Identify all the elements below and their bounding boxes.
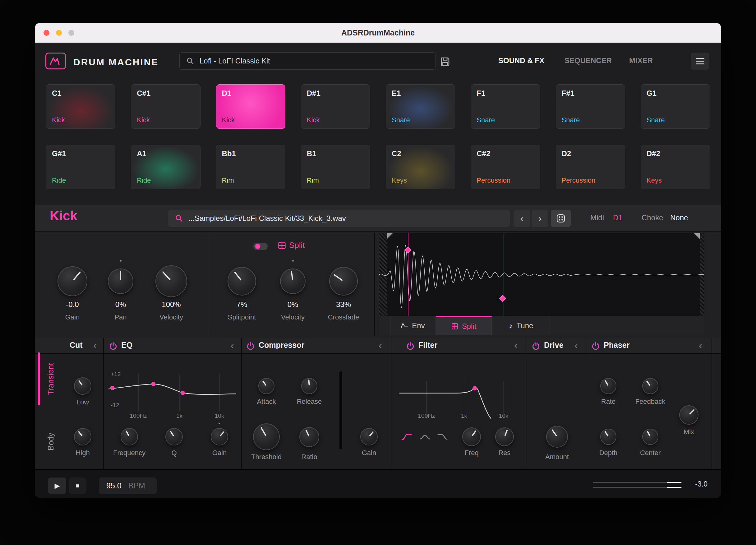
tab-sequencer[interactable]: SEQUENCER — [560, 56, 616, 65]
compressor-attack-knob[interactable] — [258, 378, 274, 394]
crossfade-value: 33% — [316, 300, 371, 309]
midi-note-value[interactable]: D1 — [613, 213, 623, 222]
phaser-center-knob[interactable] — [642, 429, 658, 445]
phaser-power-button[interactable] — [592, 342, 599, 350]
pad-e1[interactable]: E1 Snare — [386, 84, 455, 129]
sample-search-input[interactable]: ...Samples/LoFi/LoFi Classic Kit/33_Kick… — [168, 210, 510, 227]
eq-gain-knob[interactable] — [211, 428, 228, 446]
eq-node-3[interactable] — [181, 391, 185, 395]
drive-power-button[interactable] — [532, 342, 540, 350]
random-sample-button[interactable] — [551, 210, 571, 227]
tab-sound-fx[interactable]: SOUND & FX — [487, 56, 555, 65]
pad-bb1[interactable]: Bb1 Rim — [216, 145, 285, 189]
compressor-collapse-arrow[interactable]: ‹ — [379, 340, 382, 350]
phaser-rate-knob[interactable] — [600, 378, 616, 394]
splitpoint-knob[interactable] — [228, 267, 256, 296]
pad-name: Snare — [392, 116, 410, 124]
close-window-button[interactable] — [44, 30, 49, 36]
drive-amount-knob[interactable] — [546, 426, 568, 448]
phaser-collapse-arrow[interactable]: ‹ — [699, 340, 702, 350]
eq-frequency-knob[interactable] — [121, 428, 138, 446]
eq-power-button[interactable] — [109, 342, 117, 350]
pad-a1[interactable]: A1 Ride — [131, 145, 200, 189]
output-slider-handle[interactable] — [667, 482, 681, 483]
drive-collapse-arrow[interactable]: ‹ — [574, 340, 578, 350]
zoom-window-button[interactable] — [68, 30, 74, 36]
pad-name: Kick — [222, 116, 235, 124]
tab-split[interactable]: Split — [436, 316, 492, 335]
kit-search-input[interactable]: Lofi - LoFI Classic Kit — [179, 52, 436, 70]
pad-d1-selected[interactable]: D1 Kick — [216, 84, 285, 129]
zoom-handle-left[interactable] — [387, 233, 393, 239]
eq-panel-title: EQ — [121, 341, 132, 350]
pad-gsharp1[interactable]: G#1 Ride — [46, 145, 115, 189]
pan-knob[interactable] — [108, 268, 133, 294]
cut-low-knob[interactable] — [74, 377, 91, 395]
eq-node-1[interactable] — [110, 386, 114, 390]
pad-dsharp2[interactable]: D#2 Keys — [641, 145, 710, 189]
menu-button[interactable] — [691, 53, 709, 70]
pad-f1[interactable]: F1 Snare — [471, 84, 540, 129]
cut-collapse-arrow[interactable]: ‹ — [93, 340, 97, 350]
phaser-feedback-knob[interactable] — [642, 378, 658, 394]
compressor-release-knob[interactable] — [301, 378, 317, 394]
gain-knob[interactable] — [58, 266, 87, 296]
split-marker-end-line — [503, 233, 503, 316]
phaser-mix-knob[interactable] — [679, 405, 698, 425]
split-toggle[interactable] — [253, 242, 268, 250]
pan-label: Pan — [93, 313, 149, 321]
filter-collapse-arrow[interactable]: ‹ — [514, 340, 518, 350]
previous-sample-button[interactable]: ‹ — [514, 210, 530, 227]
pad-csharp1[interactable]: C#1 Kick — [131, 84, 200, 129]
pad-b1[interactable]: B1 Rim — [301, 145, 370, 189]
play-button[interactable]: ▶ — [48, 478, 66, 494]
split-icon — [451, 323, 458, 330]
eq-node-2[interactable] — [151, 382, 155, 386]
cut-panel-title: Cut — [70, 341, 83, 350]
cut-high-knob[interactable] — [74, 428, 91, 446]
filter-type-bandpass[interactable] — [419, 432, 431, 441]
tab-env[interactable]: Env — [390, 316, 436, 335]
pad-fsharp1[interactable]: F#1 Snare — [556, 84, 625, 129]
pad-c2[interactable]: C2 Keys — [386, 145, 455, 189]
pad-g1[interactable]: G1 Snare — [641, 84, 710, 129]
pad-note: A1 — [137, 149, 146, 158]
eq-collapse-arrow[interactable]: ‹ — [231, 340, 234, 350]
minimize-window-button[interactable] — [56, 30, 62, 36]
choke-value[interactable]: None — [670, 213, 688, 222]
pad-csharp2[interactable]: C#2 Percussion — [471, 145, 540, 189]
filter-cutoff-node[interactable] — [473, 386, 477, 390]
pad-d2[interactable]: D2 Percussion — [556, 145, 625, 189]
compressor-gain-knob[interactable] — [360, 428, 378, 446]
pad-dsharp1[interactable]: D#1 Kick — [301, 84, 370, 129]
tab-body[interactable]: Body — [42, 420, 60, 464]
drive-amount-label: Amount — [529, 453, 585, 461]
zoom-handle-right[interactable] — [694, 233, 700, 239]
compressor-threshold-knob[interactable] — [253, 423, 280, 450]
pad-note: D1 — [222, 89, 232, 98]
compressor-power-button[interactable] — [247, 342, 254, 350]
filter-type-lowpass[interactable] — [436, 432, 449, 441]
save-kit-button[interactable] — [439, 55, 451, 68]
pad-name: Kick — [52, 116, 65, 124]
waveform-display[interactable] — [379, 233, 704, 316]
filter-type-highpass[interactable] — [400, 432, 413, 441]
split-velocity-knob[interactable] — [280, 268, 306, 294]
filter-res-knob[interactable] — [495, 427, 514, 446]
output-slider-handle[interactable] — [667, 487, 681, 488]
pad-c1[interactable]: C1 Kick — [46, 84, 115, 129]
eq-graph[interactable] — [108, 374, 236, 411]
crossfade-knob[interactable] — [329, 267, 358, 296]
filter-freq-knob[interactable] — [462, 427, 481, 446]
next-sample-button[interactable]: › — [532, 210, 548, 227]
compressor-ratio-knob[interactable] — [299, 427, 319, 447]
eq-q-knob[interactable] — [165, 428, 183, 446]
titlebar: ADSRDrumMachine — [35, 23, 721, 43]
filter-power-button[interactable] — [407, 342, 414, 350]
stop-button[interactable]: ■ — [69, 478, 86, 494]
bpm-control[interactable]: 95.0 BPM — [99, 478, 157, 494]
phaser-depth-knob[interactable] — [600, 429, 616, 445]
tab-mixer[interactable]: MIXER — [620, 56, 662, 65]
tab-tune[interactable]: ♪ Tune — [492, 316, 550, 335]
velocity-knob[interactable] — [155, 265, 187, 297]
